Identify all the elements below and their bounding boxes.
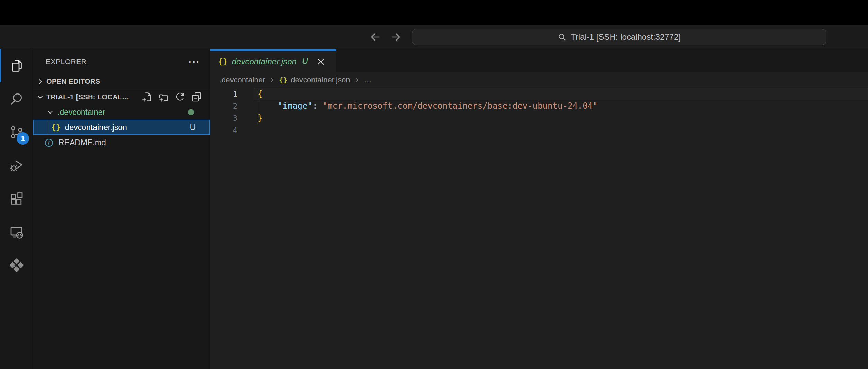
explorer-sidebar: EXPLORER ⋯ OPEN EDITORS TRIAL-1 [SSH: LO [33,49,210,369]
activity-bar: 1 [0,49,33,369]
line-content: } [257,112,262,124]
modified-dot-badge [188,109,194,115]
code-line[interactable]: 1 { [210,88,868,100]
indent-guide [48,120,48,134]
activity-item-extensions[interactable] [0,182,33,215]
info-icon [44,138,54,147]
chevron-right-icon [353,76,360,83]
tab-bar: {} devcontainer.json U [210,49,868,72]
breadcrumb: .devcontainer {} devcontainer.json … [210,72,868,88]
tab-devcontainer-json[interactable]: {} devcontainer.json U [210,49,336,72]
new-file-button[interactable] [142,92,152,102]
editor-group: {} devcontainer.json U .devcontainer [210,49,868,369]
command-center[interactable]: Trial-1 [SSH: localhost:32772] [412,29,826,45]
forward-button[interactable] [389,30,402,44]
code-token: } [257,113,262,123]
code-token: : [313,101,323,111]
tab-label: devcontainer.json [232,57,297,66]
line-content: { [257,88,262,100]
code-token: "image" [278,101,313,111]
code-token: "mcr.microsoft.com/devcontainers/base:de… [323,101,598,111]
line-number: 2 [210,100,257,112]
workbench: 1 [0,49,868,369]
git-untracked-badge: U [190,123,196,132]
tree-item-devcontainer-folder[interactable]: .devcontainer [33,105,210,120]
chevron-down-icon [36,93,44,101]
breadcrumb-item-file[interactable]: devcontainer.json [291,75,350,84]
code-line[interactable]: 2 "image": "mcr.microsoft.com/devcontain… [210,100,868,112]
search-icon [558,33,567,42]
back-button[interactable] [369,30,382,44]
file-name: devcontainer.json [65,123,127,132]
refresh-button[interactable] [175,92,185,102]
open-editors-section[interactable]: OPEN EDITORS [33,74,210,89]
activity-item-search[interactable] [0,82,33,116]
extensions-icon [8,190,25,207]
tree-item-devcontainer-json[interactable]: {} devcontainer.json U [33,120,210,135]
activity-item-run-and-debug[interactable] [0,149,33,182]
chevron-right-icon [36,78,44,86]
arrow-left-icon [369,31,382,43]
new-folder-button[interactable] [158,92,169,102]
code-line[interactable]: 3 } [210,112,868,124]
code-line[interactable]: 4 [210,124,868,136]
tab-close-button[interactable] [315,56,327,68]
open-editors-label: OPEN EDITORS [46,78,100,86]
line-content: "image": "mcr.microsoft.com/devcontainer… [257,100,598,112]
breadcrumb-item-folder[interactable]: .devcontainer [219,75,265,84]
section-actions [142,92,202,102]
json-file-icon: {} [279,76,287,84]
more-actions-icon[interactable]: ⋯ [188,58,200,65]
source-control-badge: 1 [17,132,29,145]
active-indicator [0,49,1,82]
close-icon [317,57,325,66]
chevron-down-icon [46,108,54,116]
window-title: Trial-1 [SSH: localhost:32772] [571,32,681,42]
search-icon [8,91,25,107]
breadcrumb-item-symbol[interactable]: … [364,75,371,84]
folder-name: .devcontainer [57,108,105,117]
history-navigation [369,25,402,49]
activity-item-diamond-extension[interactable] [0,249,33,282]
remote-explorer-icon [8,224,25,240]
line-number: 1 [210,88,257,100]
tab-git-badge: U [302,57,308,66]
files-icon [8,57,25,74]
workspace-section-header[interactable]: TRIAL-1 [SSH: LOCAL... [33,89,210,105]
debug-icon [8,157,25,174]
activity-item-source-control[interactable]: 1 [0,116,33,149]
vscode-window: Trial-1 [SSH: localhost:32772] [0,0,868,369]
activity-item-remote-explorer[interactable] [0,215,33,249]
tree-item-readme[interactable]: README.md [33,135,210,150]
sidebar-header: EXPLORER ⋯ [33,49,210,74]
workspace-section-label: TRIAL-1 [SSH: LOCAL... [46,93,128,101]
line-number: 4 [210,124,257,136]
macos-menubar-area [0,0,868,25]
json-file-icon: {} [218,57,228,66]
arrow-right-icon [389,31,402,43]
activity-item-explorer[interactable] [0,49,33,82]
diamond-cluster-icon [8,257,25,273]
sidebar-title: EXPLORER [46,57,188,66]
code-token: { [257,89,262,99]
code-editor: 1 { 2 "image": "mcr.microsoft.com/devcon… [210,88,868,369]
json-file-icon: {} [51,123,61,132]
line-number: 3 [210,112,257,124]
collapse-all-button[interactable] [191,92,202,102]
title-bar: Trial-1 [SSH: localhost:32772] [0,25,868,49]
code-token [257,101,278,111]
file-name: README.md [58,138,106,147]
chevron-right-icon [269,76,275,83]
